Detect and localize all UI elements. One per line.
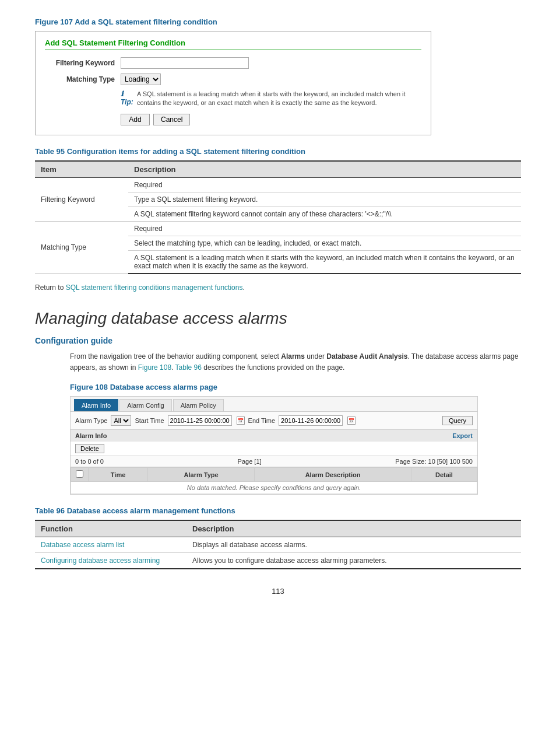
- alarm-list-link[interactable]: Database access alarm list: [41, 541, 124, 549]
- table-row: Database access alarm list Displays all …: [35, 537, 521, 553]
- table-row: Configuring database access alarming All…: [35, 553, 521, 569]
- tab-alarm-config[interactable]: Alarm Config: [119, 399, 172, 411]
- matching-type-label: Matching Type: [45, 75, 121, 83]
- return-link[interactable]: SQL statement filtering conditions manag…: [66, 284, 243, 292]
- table-95: Item Description Filtering Keyword Requi…: [35, 160, 521, 274]
- filtering-keyword-label: Filtering Keyword: [45, 59, 121, 67]
- matching-type-row: Matching Type Loading: [45, 74, 421, 85]
- table-96-link[interactable]: Table 96: [175, 363, 202, 372]
- tip-row: ℹ Tip: A SQL statement is a leading matc…: [45, 90, 421, 108]
- table-96: Function Description Database access ala…: [35, 520, 521, 569]
- col-alarm-type: Alarm Type: [148, 468, 255, 482]
- alarm-info-label: Alarm Info: [75, 432, 107, 439]
- col-description-96: Description: [186, 520, 521, 537]
- start-time-input[interactable]: [168, 415, 232, 426]
- pagination-page: Page [1]: [238, 458, 262, 465]
- figure-108-link[interactable]: Figure 108: [138, 363, 171, 372]
- end-time-calendar-icon[interactable]: 📅: [347, 416, 356, 425]
- desc-alarm-list: Displays all database access alarms.: [186, 537, 521, 553]
- dialog-buttons: Add Cancel: [121, 114, 421, 125]
- table-row: No data matched. Please specify conditio…: [71, 482, 477, 494]
- desc-required-2: Required: [128, 221, 521, 236]
- tab-alarm-policy[interactable]: Alarm Policy: [173, 399, 224, 411]
- pagination-count: 0 to 0 of 0: [75, 458, 104, 465]
- alarm-delete-row: Delete: [71, 442, 477, 456]
- col-detail: Detail: [411, 468, 477, 482]
- col-checkbox: [71, 468, 89, 482]
- alarm-table: Time Alarm Type Alarm Description Detail…: [71, 467, 477, 494]
- figure-108-container: Figure 108 Database access alarms page A…: [70, 383, 521, 495]
- section-heading: Managing database access alarms: [35, 309, 521, 328]
- alarm-type-select[interactable]: All: [111, 415, 131, 426]
- col-item: Item: [35, 161, 128, 178]
- desc-sql-statement: A SQL statement is a leading match when …: [128, 250, 521, 274]
- alarm-info-bar: Alarm Info Export: [71, 430, 477, 442]
- alarm-ui: Alarm Info Alarm Config Alarm Policy Ala…: [70, 396, 478, 495]
- alarm-type-label: Alarm Type: [75, 417, 107, 424]
- item-matching-type: Matching Type: [35, 221, 128, 274]
- alarm-toolbar: Alarm Type All Start Time 📅 End Time 📅 Q…: [71, 412, 477, 430]
- desc-configure-alarming: Allows you to configure database access …: [186, 553, 521, 569]
- table-96-title: Table 96 Database access alarm managemen…: [35, 506, 521, 515]
- end-time-input[interactable]: [279, 415, 343, 426]
- add-button[interactable]: Add: [121, 114, 150, 125]
- col-function: Function: [35, 520, 186, 537]
- add-sql-dialog: Add SQL Statement Filtering Condition Fi…: [35, 31, 431, 135]
- filtering-keyword-row: Filtering Keyword: [45, 57, 421, 69]
- config-guide-heading: Configuration guide: [35, 336, 521, 345]
- tip-text: A SQL statement is a leading match when …: [137, 90, 421, 108]
- col-time: Time: [89, 468, 148, 482]
- desc-select-matching: Select the matching type, which can be l…: [128, 236, 521, 250]
- body-text: From the navigation tree of the behavior…: [70, 351, 521, 373]
- tab-alarm-info[interactable]: Alarm Info: [74, 399, 118, 411]
- col-description: Description: [128, 161, 521, 178]
- cancel-button[interactable]: Cancel: [153, 114, 190, 125]
- table-95-title: Table 95 Configuration items for adding …: [35, 147, 521, 156]
- end-time-label: End Time: [248, 417, 275, 424]
- return-to-text: Return to SQL statement filtering condit…: [35, 284, 521, 292]
- figure-108-title: Figure 108 Database access alarms page: [70, 383, 521, 391]
- pagination-size: Page Size: 10 [50] 100 500: [395, 458, 473, 465]
- start-time-label: Start Time: [135, 417, 164, 424]
- alarm-pagination: 0 to 0 of 0 Page [1] Page Size: 10 [50] …: [71, 456, 477, 467]
- delete-button[interactable]: Delete: [75, 444, 104, 453]
- configure-alarming-link[interactable]: Configuring database access alarming: [41, 556, 160, 565]
- desc-type-keyword: Type a SQL statement filtering keyword.: [128, 192, 521, 206]
- item-filtering-keyword: Filtering Keyword: [35, 177, 128, 221]
- no-data-message: No data matched. Please specify conditio…: [71, 482, 477, 494]
- dialog-header: Add SQL Statement Filtering Condition: [45, 38, 421, 50]
- start-time-calendar-icon[interactable]: 📅: [237, 416, 245, 425]
- query-button[interactable]: Query: [442, 416, 473, 425]
- filtering-keyword-input[interactable]: [121, 57, 249, 69]
- col-alarm-description: Alarm Description: [255, 468, 411, 482]
- alarm-tabs: Alarm Info Alarm Config Alarm Policy: [71, 397, 477, 412]
- page-number: 113: [35, 587, 521, 596]
- table-row: Filtering Keyword Required: [35, 177, 521, 192]
- desc-required-1: Required: [128, 177, 521, 192]
- export-link[interactable]: Export: [452, 432, 473, 439]
- table-row: Matching Type Required: [35, 221, 521, 236]
- figure-107-title: Figure 107 Add a SQL statement filtering…: [35, 18, 521, 26]
- tip-icon: ℹ Tip:: [121, 90, 132, 106]
- func-configure-alarming: Configuring database access alarming: [35, 553, 186, 569]
- select-all-checkbox[interactable]: [76, 470, 83, 478]
- desc-cannot-contain: A SQL statement filtering keyword cannot…: [128, 206, 521, 221]
- func-alarm-list: Database access alarm list: [35, 537, 186, 553]
- matching-type-select[interactable]: Loading: [121, 74, 161, 85]
